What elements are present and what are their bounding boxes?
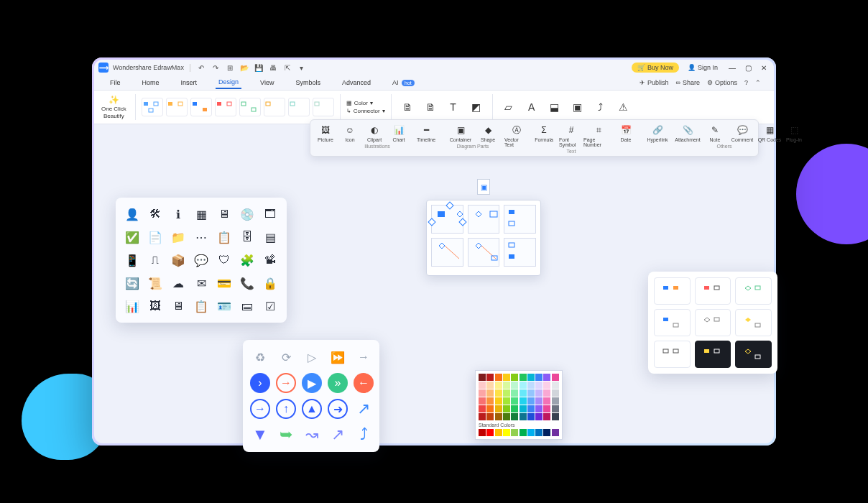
color-swatch[interactable] bbox=[520, 429, 527, 436]
window-close-button[interactable]: ✕ bbox=[758, 62, 770, 73]
gallery-cloud-icon[interactable]: ☁ bbox=[169, 274, 188, 292]
style-variant-2[interactable] bbox=[695, 277, 731, 305]
style-variant-4[interactable] bbox=[654, 309, 691, 336]
style-variant-8[interactable] bbox=[695, 341, 731, 368]
window-minimize-button[interactable]: — bbox=[726, 62, 738, 73]
arrow-up-out-icon[interactable]: ↑ bbox=[276, 399, 296, 419]
insert-icon-button[interactable]: ☺Icon bbox=[338, 124, 362, 142]
insert-font-symbol-button[interactable]: #Font Symbol bbox=[559, 124, 583, 147]
color-swatch[interactable] bbox=[503, 405, 510, 412]
color-swatch[interactable] bbox=[486, 405, 494, 412]
color-swatch[interactable] bbox=[486, 397, 494, 405]
color-swatch[interactable] bbox=[552, 389, 559, 397]
flow-style-4[interactable] bbox=[215, 98, 236, 116]
gallery-screen-icon[interactable]: 🖥 bbox=[169, 297, 188, 315]
gallery-puzzle-icon[interactable]: 🧩 bbox=[238, 251, 257, 269]
color-swatch[interactable] bbox=[543, 429, 550, 436]
color-swatch[interactable] bbox=[479, 397, 486, 405]
arrow-diag-icon[interactable]: ↗ bbox=[354, 399, 374, 419]
style-variant-6[interactable] bbox=[735, 309, 772, 336]
gallery-present-icon[interactable]: 📽 bbox=[261, 251, 280, 269]
color-swatch[interactable] bbox=[520, 397, 527, 405]
insert-hyperlink-button[interactable]: 🔗Hyperlink bbox=[642, 124, 673, 142]
flow-style-5[interactable] bbox=[239, 98, 261, 116]
insert-vector-text-button[interactable]: ⒶVector Text bbox=[504, 124, 529, 147]
gallery-mail-icon[interactable]: ✉ bbox=[192, 274, 211, 292]
arrow-play-blue-icon[interactable]: ▶ bbox=[302, 373, 322, 393]
gallery-list-icon[interactable]: 📋 bbox=[192, 297, 211, 315]
gallery-form-icon[interactable]: 📋 bbox=[215, 228, 234, 246]
color-swatch[interactable] bbox=[535, 389, 542, 397]
gallery-info-icon[interactable]: ℹ bbox=[169, 205, 188, 223]
menu-symbols[interactable]: Symbols bbox=[292, 77, 323, 88]
color-swatch[interactable] bbox=[535, 405, 542, 412]
buy-now-button[interactable]: 🛒 Buy Now bbox=[632, 63, 679, 73]
menu-advanced[interactable]: Advanced bbox=[339, 77, 374, 88]
color-swatch[interactable] bbox=[552, 374, 559, 381]
color-swatch[interactable] bbox=[520, 405, 527, 412]
insert-timeline-button[interactable]: ━Timeline bbox=[411, 124, 441, 142]
gallery-check-screen-icon[interactable]: ✅ bbox=[123, 228, 142, 246]
arrow-recycle-icon[interactable]: ♻ bbox=[250, 347, 270, 367]
container-thumb-4[interactable] bbox=[431, 238, 463, 267]
flow-style-8[interactable] bbox=[313, 98, 334, 116]
menu-insert[interactable]: Insert bbox=[178, 77, 200, 88]
gallery-shield-icon[interactable]: 🛡 bbox=[215, 251, 234, 269]
color-swatch[interactable] bbox=[527, 382, 535, 389]
color-swatch[interactable] bbox=[479, 429, 486, 436]
color-swatch[interactable] bbox=[552, 397, 559, 405]
gallery-monitor-icon[interactable]: 🖥 bbox=[215, 205, 234, 223]
gallery-grid-icon[interactable]: ▦ bbox=[192, 205, 211, 223]
color-swatch[interactable] bbox=[535, 413, 542, 420]
gallery-checkdoc-icon[interactable]: ☑ bbox=[261, 297, 280, 315]
ribbon-doc-icon[interactable]: 🗎 bbox=[420, 96, 440, 118]
color-swatch[interactable] bbox=[503, 413, 510, 420]
color-swatch[interactable] bbox=[495, 429, 502, 436]
color-swatch[interactable] bbox=[527, 389, 535, 397]
insert-page-number-button[interactable]: ⌗Page Number bbox=[583, 124, 614, 147]
undo-button[interactable]: ↶ bbox=[196, 63, 206, 73]
color-swatch[interactable] bbox=[503, 429, 510, 436]
color-swatch[interactable] bbox=[511, 405, 518, 412]
arrow-curve-purple-icon[interactable]: ↝ bbox=[302, 425, 322, 445]
color-swatch[interactable] bbox=[511, 374, 518, 381]
style-variant-9[interactable] bbox=[735, 341, 772, 368]
arrow-arc-icon[interactable]: ⤴ bbox=[354, 425, 374, 445]
container-thumb-2[interactable] bbox=[468, 205, 500, 234]
publish-button[interactable]: ✈Publish bbox=[640, 79, 669, 86]
color-swatch[interactable] bbox=[495, 413, 502, 420]
arrow-right-red-icon[interactable]: → bbox=[276, 373, 296, 393]
arrow-tri-up-icon[interactable]: ▲ bbox=[302, 399, 322, 419]
gallery-chat-icon[interactable]: 💬 bbox=[192, 251, 211, 269]
share-button[interactable]: ∞Share bbox=[676, 79, 700, 86]
container-thumb-3[interactable] bbox=[504, 205, 536, 234]
arrow-refresh-icon[interactable]: ⟳ bbox=[276, 347, 296, 367]
color-swatch[interactable] bbox=[552, 382, 559, 389]
ribbon-a-icon[interactable]: A bbox=[522, 96, 542, 118]
container-drag-handle-icon[interactable]: ▣ bbox=[477, 179, 490, 195]
color-swatch[interactable] bbox=[503, 382, 510, 389]
insert-comment-button[interactable]: 💬Comment bbox=[727, 124, 757, 142]
arrow-ff-outline-icon[interactable]: ⏩ bbox=[328, 347, 348, 367]
flow-style-2[interactable] bbox=[166, 98, 188, 116]
arrow-thin-icon[interactable]: ↗ bbox=[328, 425, 348, 445]
ribbon-arrow-icon[interactable]: ⤴ bbox=[591, 96, 611, 118]
color-swatch[interactable] bbox=[520, 389, 527, 397]
ribbon-fill-icon[interactable]: ◩ bbox=[466, 96, 486, 118]
gallery-sync-icon[interactable]: 🔄 bbox=[123, 274, 142, 292]
style-variant-5[interactable] bbox=[695, 309, 731, 336]
help-button[interactable]: ? bbox=[744, 79, 748, 86]
arrow-curve-green-icon[interactable]: ➥ bbox=[276, 425, 296, 445]
color-swatch[interactable] bbox=[520, 382, 527, 389]
gallery-user-icon[interactable]: 👤 bbox=[123, 205, 142, 223]
ribbon-outline-icon[interactable]: ▱ bbox=[499, 96, 519, 118]
style-variant-1[interactable] bbox=[654, 277, 691, 305]
color-swatch[interactable] bbox=[527, 429, 535, 436]
arrow-bold-icon[interactable]: ➜ bbox=[328, 399, 348, 419]
insert-plugin-button[interactable]: ⬚Plug-in bbox=[782, 124, 806, 142]
color-swatch[interactable] bbox=[486, 429, 494, 436]
gallery-dots-icon[interactable]: ⋯ bbox=[192, 228, 211, 246]
gallery-server-icon[interactable]: 🖴 bbox=[238, 297, 257, 315]
color-swatch[interactable] bbox=[479, 374, 486, 381]
gallery-table-icon[interactable]: ▤ bbox=[261, 228, 280, 246]
